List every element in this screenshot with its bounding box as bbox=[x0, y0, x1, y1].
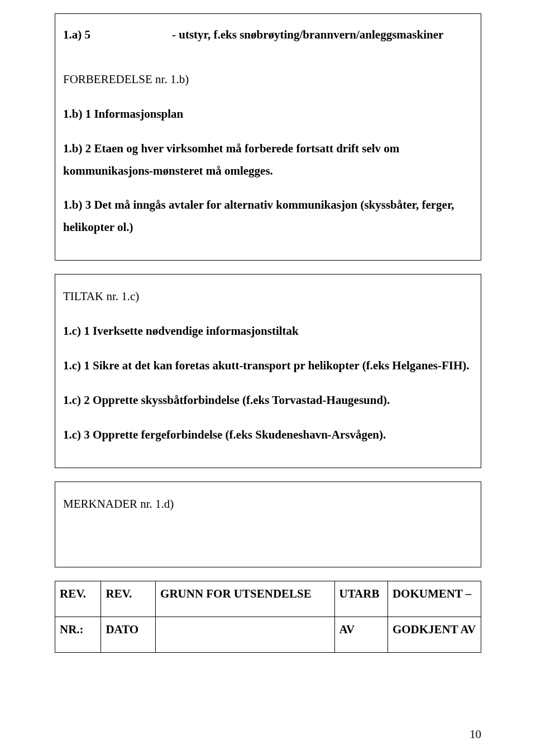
forberedelse-box: 1.a) 5 - utstyr, f.eks snøbrøyting/brann… bbox=[55, 13, 481, 261]
cell-utarb-head: UTARB bbox=[334, 581, 387, 617]
tiltak-item: 1.c) 1 Sikre at det kan foretas akutt-tr… bbox=[63, 355, 473, 377]
line-1a-left: 1.a) 5 bbox=[63, 24, 172, 46]
line-1a-right: - utstyr, f.eks snøbrøyting/brannvern/an… bbox=[172, 24, 443, 46]
tiltak-box: TILTAK nr. 1.c) 1.c) 1 Iverksette nødven… bbox=[55, 274, 481, 468]
cell-rev-nr-head: REV. bbox=[55, 581, 101, 617]
tiltak-item: 1.c) 2 Opprette skyssbåtforbindelse (f.e… bbox=[63, 389, 473, 412]
forberedelse-item: 1.b) 2 Etaen og hver virksomhet må forbe… bbox=[63, 138, 473, 182]
cell-grunn-head: GRUNN FOR UTSENDELSE bbox=[156, 581, 334, 617]
cell-rev-nr: NR.: bbox=[55, 617, 101, 652]
page-number: 10 bbox=[470, 728, 481, 741]
table-row: REV. REV. GRUNN FOR UTSENDELSE UTARB DOK… bbox=[55, 581, 481, 617]
cell-dokument-head: DOKUMENT – bbox=[387, 581, 481, 617]
line-1a: 1.a) 5 - utstyr, f.eks snøbrøyting/brann… bbox=[63, 24, 473, 46]
tiltak-item: 1.c) 3 Opprette fergeforbindelse (f.eks … bbox=[63, 424, 473, 446]
merknader-box: MERKNADER nr. 1.d) bbox=[55, 481, 481, 567]
forberedelse-item: 1.b) 1 Informasjonsplan bbox=[63, 103, 473, 126]
tiltak-title: TILTAK nr. 1.c) bbox=[63, 286, 473, 308]
revision-table: REV. REV. GRUNN FOR UTSENDELSE UTARB DOK… bbox=[55, 581, 481, 653]
forberedelse-item: 1.b) 3 Det må inngås avtaler for alterna… bbox=[63, 194, 473, 239]
cell-utarb: AV bbox=[334, 617, 387, 652]
cell-grunn bbox=[156, 617, 334, 652]
merknader-title: MERKNADER nr. 1.d) bbox=[63, 493, 473, 516]
tiltak-item: 1.c) 1 Iverksette nødvendige informasjon… bbox=[63, 320, 473, 343]
cell-rev-dato-head: REV. bbox=[101, 581, 156, 617]
forberedelse-title: FORBEREDELSE nr. 1.b) bbox=[63, 69, 473, 91]
cell-dokument: GODKJENT AV bbox=[387, 617, 481, 652]
table-row: NR.: DATO AV GODKJENT AV bbox=[55, 617, 481, 652]
cell-rev-dato: DATO bbox=[101, 617, 156, 652]
